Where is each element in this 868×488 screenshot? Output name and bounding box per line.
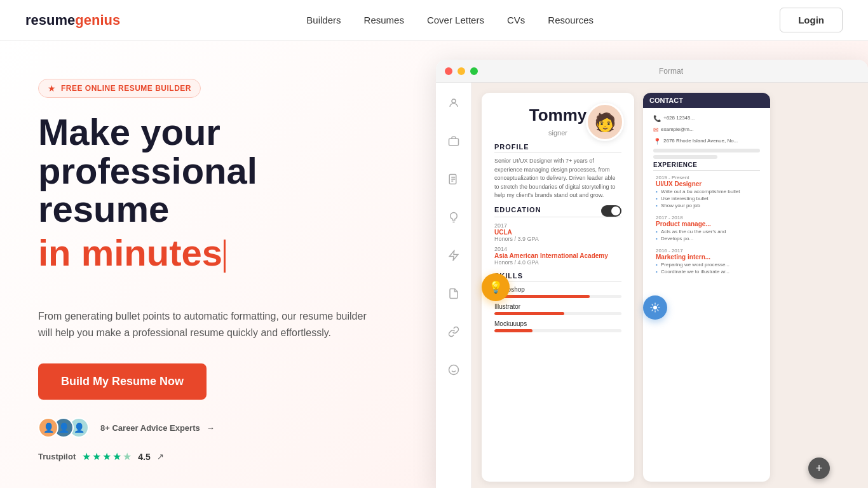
nav-resources[interactable]: Resources <box>548 15 593 25</box>
expert-avatars: 👤 👤 👤 <box>38 417 84 438</box>
window-dot-green <box>470 67 478 75</box>
add-button[interactable]: + <box>808 458 830 479</box>
nav-builders[interactable]: Builders <box>306 15 341 25</box>
exp-bullet-3-1: Preparing we word processe... <box>661 262 760 268</box>
window-title-label: Format <box>659 67 683 76</box>
nav-cvs[interactable]: CVs <box>507 15 525 25</box>
skill-mockuuups: Mockuuups <box>494 320 621 332</box>
exp-bullet-2-2: Develops po... <box>661 236 760 241</box>
site-header: resumegenius Builders Resumes Cover Lett… <box>0 0 868 41</box>
resume-name-label: Tommy <box>529 105 587 125</box>
build-resume-button[interactable]: Build My Resume Now <box>38 363 207 400</box>
star-5: ★ <box>123 451 132 463</box>
exp-bullet-2-1: Acts as the cu the user's and <box>661 229 760 234</box>
svg-rect-1 <box>449 139 458 146</box>
exp-bullet-1-1: Write out a bu accomplishme bullet <box>661 189 760 194</box>
exp-item-2: 2017 - 2018 Product manage... Acts as th… <box>653 215 760 241</box>
svg-point-0 <box>452 99 456 103</box>
hero-content: ★ FREE ONLINE RESUME BUILDER Make your p… <box>0 41 407 488</box>
star-4: ★ <box>112 451 121 463</box>
mockup-window: Format <box>436 60 868 488</box>
education-section-title: EDUCATION <box>494 206 601 215</box>
svg-marker-3 <box>449 251 458 261</box>
hero-title-line1: Make your professional resume <box>38 113 381 229</box>
hero-description: From generating bullet points to automat… <box>38 308 369 341</box>
phone-icon: 📞 <box>653 115 661 122</box>
logo[interactable]: resumegenius <box>25 12 120 29</box>
mockup-body: 💡 🧑 Tommy signer PROFILE Senior UI/UX De… <box>436 83 868 488</box>
lightbulb-icon: 💡 <box>489 280 503 294</box>
social-proof: 👤 👤 👤 8+ Career Advice Experts → <box>38 417 381 438</box>
exp-bullet-1-3: Show your po job <box>661 203 760 208</box>
skills-section-title: SKILLS <box>494 272 621 282</box>
hero-badge: ★ FREE ONLINE RESUME BUILDER <box>38 79 201 98</box>
exp-bullet-3-2: Coordinate we to illustrate ar... <box>661 269 760 274</box>
star-1: ★ <box>82 451 91 463</box>
social-proof-arrow: → <box>207 423 215 433</box>
sidebar-icon-document[interactable] <box>442 282 465 305</box>
sidebar-icon-link[interactable] <box>442 320 465 343</box>
resume-avatar: 🧑 <box>586 103 624 141</box>
rating-value: 4.5 <box>138 452 150 462</box>
sidebar-icons <box>436 83 471 488</box>
edu-item-2: 2014 Asia American International Academy… <box>494 246 621 266</box>
contact-title: CONTACT <box>643 93 770 108</box>
profile-section-title: PROFILE <box>494 143 621 153</box>
trustpilot-rating[interactable]: Trustpilot ★ ★ ★ ★ ★ 4.5 ↗ <box>38 451 381 463</box>
login-button[interactable]: Login <box>780 8 843 32</box>
exp-item-1: 2019 - Present UI/UX Designer Write out … <box>653 175 760 208</box>
star-rating: ★ ★ ★ ★ ★ <box>82 451 132 463</box>
badge-icon: ★ <box>48 83 56 93</box>
logo-resume: resume <box>25 12 75 29</box>
cursor <box>224 240 226 273</box>
window-dot-red <box>445 67 452 75</box>
hero-mockup: Format <box>407 41 868 488</box>
exp-bullet-1-2: Use interesting bullet <box>661 196 760 201</box>
hero-section: ★ FREE ONLINE RESUME BUILDER Make your p… <box>0 41 868 488</box>
nav-resumes[interactable]: Resumes <box>364 15 404 25</box>
sidebar-icon-file[interactable] <box>442 168 465 191</box>
window-dot-yellow <box>458 67 465 75</box>
skill-illustrator: Illustrator <box>494 303 621 315</box>
contact-phone: 📞 +628 12345... <box>653 114 760 122</box>
avatar-1: 👤 <box>38 417 58 438</box>
trustpilot-label: Trustpilot <box>38 452 76 461</box>
contact-email: ✉ example@m... <box>653 126 760 133</box>
expert-count: 8+ Career Advice Experts <box>100 423 200 433</box>
sidebar-icon-emoji[interactable] <box>442 358 465 381</box>
email-icon: ✉ <box>653 126 658 133</box>
edu-item-1: 2017 UCLA Honors / 3.9 GPA <box>494 222 621 242</box>
sidebar-icon-briefcase[interactable] <box>442 130 465 152</box>
nav-cover-letters[interactable]: Cover Letters <box>427 15 484 25</box>
skill-photoshop: Photoshop <box>494 286 621 298</box>
main-nav: Builders Resumes Cover Letters CVs Resou… <box>306 15 593 25</box>
exp-item-3: 2016 - 2017 Marketing intern... Preparin… <box>653 248 760 274</box>
sidebar-icon-bolt[interactable] <box>442 244 465 267</box>
float-button-gold[interactable]: 💡 <box>482 273 510 301</box>
resume-panel-right: CONTACT 📞 +628 12345... ✉ example@m... 📍… <box>643 93 770 482</box>
sidebar-icon-lightbulb[interactable] <box>442 206 465 229</box>
star-3: ★ <box>102 451 111 463</box>
hero-title-accent: in minutes <box>38 234 381 273</box>
location-icon: 📍 <box>653 138 661 145</box>
badge-label: FREE ONLINE RESUME BUILDER <box>61 84 191 93</box>
logo-genius: genius <box>75 12 120 29</box>
float-button-blue[interactable] <box>643 295 667 320</box>
sidebar-icon-person[interactable] <box>442 92 465 114</box>
trustpilot-arrow[interactable]: ↗ <box>157 452 164 461</box>
toggle-knob <box>611 207 620 215</box>
education-header: EDUCATION <box>494 205 621 217</box>
svg-point-4 <box>449 365 458 375</box>
svg-point-7 <box>653 306 657 309</box>
star-2: ★ <box>92 451 101 463</box>
experience-title: EXPERIENCE <box>653 161 760 171</box>
contact-address: 📍 2676 Rhode Island Avenue, No... <box>653 137 760 145</box>
window-bar: Format <box>436 60 868 83</box>
profile-text: Senior UI/UX Designer with 7+ years of e… <box>494 157 621 200</box>
toggle-switch[interactable] <box>601 205 621 217</box>
